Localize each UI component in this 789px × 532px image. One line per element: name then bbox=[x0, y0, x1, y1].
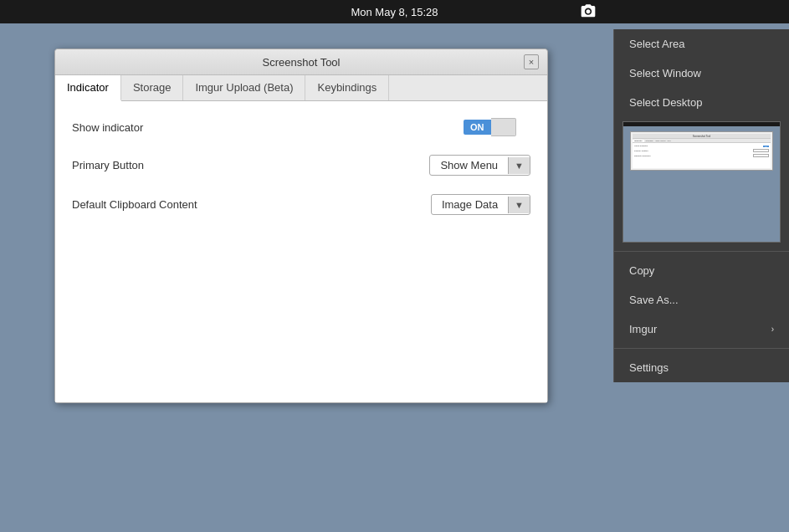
toggle-off-area[interactable] bbox=[491, 118, 516, 136]
primary-button-label: Primary Button bbox=[72, 159, 144, 171]
menu-separator-1 bbox=[614, 251, 789, 252]
imgur-label: Imgur bbox=[629, 323, 657, 335]
show-indicator-row: Show indicator ON bbox=[72, 118, 530, 136]
clipboard-content-row: Default Clipboard Content Image Data ▼ bbox=[72, 194, 530, 215]
clipboard-content-value: Image Data bbox=[432, 195, 508, 214]
context-menu-item-imgur[interactable]: Imgur › bbox=[614, 315, 789, 344]
taskbar: Mon May 8, 15:28 bbox=[0, 0, 789, 23]
save-as-label: Save As... bbox=[629, 294, 679, 306]
tab-keybindings[interactable]: Keybindings bbox=[305, 75, 389, 100]
imgur-submenu-arrow: › bbox=[771, 325, 774, 334]
primary-button-arrow[interactable]: ▼ bbox=[508, 157, 530, 174]
copy-label: Copy bbox=[629, 264, 654, 277]
tab-imgur-upload[interactable]: Imgur Upload (Beta) bbox=[183, 75, 305, 100]
context-menu-item-select-area[interactable]: Select Area bbox=[614, 29, 789, 59]
screenshot-preview: Screenshot Tool Indicator Storage Imgur … bbox=[622, 121, 781, 243]
clipboard-content-arrow[interactable]: ▼ bbox=[508, 197, 530, 213]
context-menu: Select Area Select Window Select Desktop… bbox=[613, 29, 789, 382]
primary-button-dropdown[interactable]: Show Menu ▼ bbox=[429, 155, 530, 176]
show-indicator-label: Show indicator bbox=[72, 121, 143, 134]
context-menu-item-settings[interactable]: Settings bbox=[614, 353, 789, 382]
tab-indicator[interactable]: Indicator bbox=[55, 75, 121, 101]
dialog-content: Show indicator ON Primary Button Show Me… bbox=[55, 101, 547, 402]
toggle-on-label[interactable]: ON bbox=[464, 120, 491, 135]
clipboard-content-label: Default Clipboard Content bbox=[72, 198, 197, 211]
clipboard-content-dropdown[interactable]: Image Data ▼ bbox=[431, 194, 530, 215]
settings-label: Settings bbox=[629, 361, 669, 374]
dialog-close-button[interactable]: × bbox=[524, 54, 539, 69]
menu-separator-2 bbox=[614, 348, 789, 349]
tab-storage[interactable]: Storage bbox=[121, 75, 184, 100]
context-menu-item-select-desktop[interactable]: Select Desktop bbox=[614, 88, 789, 117]
dialog-titlebar: Screenshot Tool × bbox=[55, 49, 547, 75]
dialog-title: Screenshot Tool bbox=[79, 56, 524, 69]
select-window-label: Select Window bbox=[629, 67, 701, 79]
select-desktop-label: Select Desktop bbox=[629, 96, 702, 109]
context-menu-item-copy[interactable]: Copy bbox=[614, 256, 789, 285]
context-menu-item-select-window[interactable]: Select Window bbox=[614, 59, 789, 88]
camera-icon[interactable] bbox=[580, 3, 597, 21]
screenshot-preview-container: Screenshot Tool Indicator Storage Imgur … bbox=[614, 117, 789, 247]
show-indicator-toggle[interactable]: ON bbox=[464, 118, 530, 136]
primary-button-value: Show Menu bbox=[430, 156, 508, 175]
context-menu-item-save-as[interactable]: Save As... bbox=[614, 285, 789, 315]
tab-bar: Indicator Storage Imgur Upload (Beta) Ke… bbox=[55, 75, 547, 101]
taskbar-time: Mon May 8, 15:28 bbox=[351, 6, 438, 18]
screenshot-tool-dialog: Screenshot Tool × Indicator Storage Imgu… bbox=[54, 49, 548, 403]
select-area-label: Select Area bbox=[629, 38, 685, 50]
primary-button-row: Primary Button Show Menu ▼ bbox=[72, 155, 530, 176]
